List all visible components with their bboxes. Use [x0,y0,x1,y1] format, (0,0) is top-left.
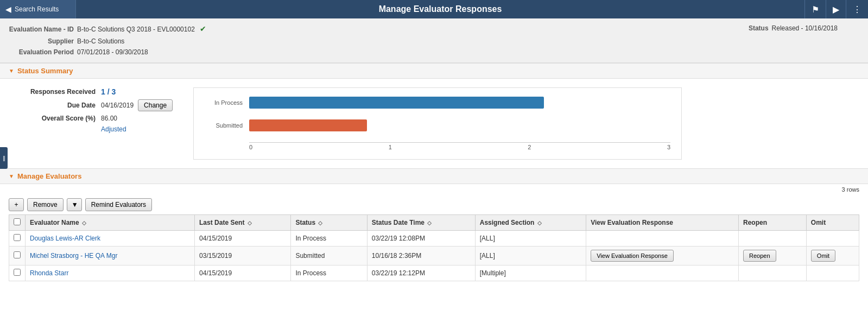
evaluator-name-link[interactable]: Michel Strasborg - HE QA Mgr [30,252,117,260]
col-header-reopen: Reopen [739,214,807,230]
chart-axis: 0 1 2 3 [249,142,670,150]
remind-evaluators-button[interactable]: Remind Evaluators [85,198,152,211]
view-response-cell [586,230,739,246]
col-header-evaluator-name: Evaluator Name ◇ [26,214,195,230]
back-button[interactable]: ◀ Search Results [0,0,76,18]
evaluator-name-link[interactable]: Douglas Lewis-AR Clerk [30,235,100,242]
chart-axis-3: 3 [667,144,670,150]
status-cell: In Process [291,265,367,281]
col-header-last-date-sent: Last Date Sent ◇ [195,214,291,230]
row-checkbox[interactable] [14,251,21,258]
status-date-time-cell: 03/22/19 12:12PM [367,265,475,281]
period-label: Evaluation Period [9,47,74,58]
responses-received-label: Responses Received [9,88,96,96]
menu-button[interactable]: ⋮ [846,0,868,18]
eval-name-row: Evaluation Name - ID B-to-C Solutions Q3… [9,23,206,36]
row-checkbox[interactable] [14,269,21,276]
chart-axis-0: 0 [249,144,252,150]
table-header-row: Evaluator Name ◇ Last Date Sent ◇ Status… [9,214,859,230]
col-header-checkbox [9,214,26,230]
manage-evaluators-body: 3 rows + Remove ▼ Remind Evaluators Eval… [0,184,868,290]
collapse-triangle-icon-2: ▼ [9,173,14,179]
assigned-section-cell: [Multiple] [475,265,586,281]
meta-bar: Evaluation Name - ID B-to-C Solutions Q3… [0,18,868,63]
collapse-triangle-icon: ▼ [9,68,14,74]
reopen-cell: Reopen [739,246,807,265]
row-checkbox-cell [9,230,26,246]
omit-button[interactable]: Omit [811,250,835,262]
select-all-checkbox[interactable] [14,218,21,225]
manage-evaluators-title: Manage Evaluators [17,172,82,180]
assigned-section-cell: [ALL] [475,230,586,246]
chart-submitted-label: Submitted [205,122,243,129]
chart-container: In Process Submitted 0 1 2 3 [193,87,682,160]
omit-cell: Omit [806,246,859,265]
chart-axis-2: 2 [528,144,531,150]
overall-score-label: Overall Score (%) [9,115,96,122]
reopen-cell [739,265,807,281]
manage-evaluators-header[interactable]: ▼ Manage Evaluators [0,168,868,184]
page-title: Manage Evaluator Responses [76,4,804,14]
status-summary-title: Status Summary [17,67,73,75]
change-button[interactable]: Change [138,99,173,111]
remove-button[interactable]: Remove [27,198,64,211]
supplier-row: Supplier B-to-C Solutions [9,36,206,47]
last-date-sent-cell: 03/15/2019 [195,246,291,265]
row-checkbox[interactable] [14,234,21,241]
check-circle-icon: ✔ [200,24,206,33]
evaluators-table-wrapper: Evaluator Name ◇ Last Date Sent ◇ Status… [0,214,868,290]
chart-row-inprocess: In Process [205,97,670,109]
sort-status-date-icon[interactable]: ◇ [427,220,432,226]
evaluator-name-cell: Rhonda Starr [26,265,195,281]
status-cell: In Process [291,230,367,246]
col-header-omit: Omit [806,214,859,230]
eval-name-value: B-to-C Solutions Q3 2018 - EVL0000102 ✔ [77,23,206,36]
status-row: Status Released - 10/16/2018 [206,23,838,34]
chart-submitted-bar [249,119,367,131]
table-row: Douglas Lewis-AR Clerk 04/15/2019 In Pro… [9,230,859,246]
sort-assigned-section-icon[interactable]: ◇ [537,220,542,226]
sort-status-icon[interactable]: ◇ [318,220,322,226]
add-button[interactable]: + [9,198,24,211]
period-value: 07/01/2018 - 09/30/2018 [77,47,148,58]
last-date-sent-cell: 04/15/2019 [195,230,291,246]
next-button[interactable]: ▶ [826,0,846,18]
col-header-status-date-time: Status Date Time ◇ [367,214,475,230]
filter-button[interactable]: ▼ [67,198,82,211]
evaluator-name-cell: Douglas Lewis-AR Clerk [26,230,195,246]
status-summary-body: Responses Received 1 / 3 Due Date 04/16/… [0,79,868,168]
col-header-view-response: View Evaluation Response [586,214,739,230]
supplier-value: B-to-C Solutions [77,36,124,47]
overall-score-row: Overall Score (%) 86.00 [9,115,182,122]
row-checkbox-cell [9,265,26,281]
chart-inprocess-label: In Process [205,99,243,106]
omit-cell [806,265,859,281]
reopen-cell [739,230,807,246]
view-response-cell: View Evaluation Response [586,246,739,265]
evaluator-name-cell: Michel Strasborg - HE QA Mgr [26,246,195,265]
chart-submitted-bar-container [249,119,670,131]
status-label: Status [704,23,769,34]
sort-last-date-icon[interactable]: ◇ [248,220,252,226]
evaluators-table: Evaluator Name ◇ Last Date Sent ◇ Status… [9,214,859,281]
due-date-row: Due Date 04/16/2019 Change [9,99,182,111]
period-row: Evaluation Period 07/01/2018 - 09/30/201… [9,47,206,58]
summary-left: Responses Received 1 / 3 Due Date 04/16/… [9,87,182,133]
status-date-time-cell: 10/16/18 2:36PM [367,246,475,265]
header-actions: ⚑ ▶ ⋮ [804,0,868,18]
due-date-value: 04/16/2019 [101,102,134,109]
flag-button[interactable]: ⚑ [804,0,826,18]
sort-evaluator-name-icon[interactable]: ◇ [82,220,86,226]
view-evaluation-response-button[interactable]: View Evaluation Response [591,250,674,262]
sidebar-handle[interactable]: ‖ [0,147,8,169]
last-date-sent-cell: 04/15/2019 [195,265,291,281]
evaluator-name-link[interactable]: Rhonda Starr [30,269,68,277]
adjusted-link[interactable]: Adjusted [9,125,182,133]
meta-left: Evaluation Name - ID B-to-C Solutions Q3… [9,23,206,58]
meta-right: Status Released - 10/16/2018 [206,23,859,58]
status-cell: Submitted [291,246,367,265]
status-summary-header[interactable]: ▼ Status Summary [0,63,868,79]
omit-cell [806,230,859,246]
status-date-time-cell: 03/22/19 12:08PM [367,230,475,246]
reopen-button[interactable]: Reopen [743,250,776,262]
